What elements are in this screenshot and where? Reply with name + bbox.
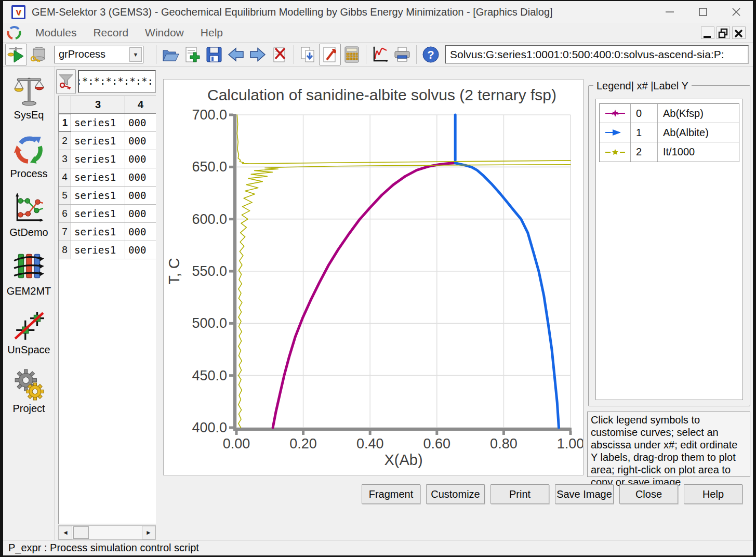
help-button-icon[interactable]: ? [420,44,442,65]
cycle-arrows-icon [13,134,45,166]
mdi-close-icon[interactable] [732,26,746,39]
previous-record-button[interactable] [225,44,247,65]
new-record-button[interactable] [181,44,203,65]
row-header[interactable]: 2 [59,132,71,150]
scroll-right-icon[interactable]: ► [142,526,155,539]
row-header[interactable]: 6 [59,205,71,222]
scroll-left-icon[interactable]: ◄ [59,526,72,539]
row-header[interactable]: 7 [59,223,71,241]
sidebar-item-gem2mt[interactable]: GEM2MT [4,251,54,297]
save-image-button[interactable]: Save Image [555,484,614,504]
calculate-button[interactable] [341,44,363,65]
table-row[interactable]: 4 series1 000 [59,168,156,187]
cell-series[interactable]: series1 [71,187,125,204]
table-row[interactable]: 8 series1 000 [59,241,156,259]
sidebar-item-process[interactable]: Process [4,134,54,180]
chevron-down-icon[interactable]: ▼ [129,47,142,62]
cell-series[interactable]: series1 [71,205,125,222]
sidebar-item-syseq[interactable]: SysEq [4,75,54,121]
save-record-button[interactable] [203,44,225,65]
database-mode-button[interactable] [27,44,49,65]
remake-record-button[interactable] [319,44,341,65]
table-row[interactable]: 3 series1 000 [59,150,156,168]
chart-panel[interactable]: 0.000.200.400.600.801.00400.0450.0500.05… [163,79,583,475]
sidebar-item-label: GtDemo [9,227,48,238]
table-row[interactable]: 1 series1 000 [59,114,156,132]
legend-symbol-star-olive[interactable] [600,142,631,162]
record-type-combo[interactable]: grProcess ▼ [54,46,143,63]
cell-key[interactable]: 000 [125,187,156,204]
legend-row-kfsp[interactable]: 0 Ab(Kfsp) [600,104,739,123]
close-icon[interactable] [720,1,753,23]
menu-help[interactable]: Help [192,26,231,39]
legend-xnum[interactable]: 0 [631,104,658,123]
column-header-3[interactable]: 3 [71,96,125,113]
open-record-button[interactable] [160,44,181,65]
cell-key[interactable]: 000 [125,205,156,222]
plot-button[interactable] [369,44,391,65]
cell-key[interactable]: 000 [125,223,156,241]
filter-template-field[interactable]: us:*:*:*:*:*:*:*:*:*:*: [78,70,156,93]
clone-record-button[interactable] [297,44,319,65]
table-corner[interactable] [59,96,71,113]
table-row[interactable]: 5 series1 000 [59,187,156,205]
column-header-4[interactable]: 4 [125,96,156,113]
svg-text:550.0: 550.0 [192,263,227,279]
cell-key[interactable]: 000 [125,241,156,259]
legend-symbol-star-magenta[interactable] [600,104,631,123]
row-header[interactable]: 3 [59,150,71,168]
legend-label[interactable]: It/1000 [658,142,739,162]
system-mode-button[interactable] [5,44,27,65]
next-record-button[interactable] [247,44,269,65]
legend-row-albite[interactable]: 1 Ab(Albite) [600,123,739,142]
help-button[interactable]: Help [684,484,742,504]
cell-key[interactable]: 000 [125,132,156,150]
row-header[interactable]: 1 [59,114,71,131]
table-row[interactable]: 6 series1 000 [59,205,156,223]
print-button[interactable] [391,44,413,65]
menu-modules[interactable]: Modules [27,26,85,39]
menu-record[interactable]: Record [85,26,137,39]
row-header[interactable]: 4 [59,168,71,186]
customize-button[interactable]: Customize [426,484,485,504]
sidebar-item-unspace[interactable]: UnSpace [4,310,54,356]
delete-record-button[interactable] [269,44,290,65]
cell-series[interactable]: series1 [71,223,125,241]
legend-xnum[interactable]: 2 [631,142,658,162]
cell-key[interactable]: 000 [125,114,156,131]
cell-series[interactable]: series1 [71,114,125,131]
legend-label[interactable]: Ab(Kfsp) [658,104,739,123]
cell-series[interactable]: series1 [71,241,125,259]
row-header[interactable]: 8 [59,241,71,259]
horizontal-scrollbar[interactable]: ◄ ► [58,525,156,540]
cell-series[interactable]: series1 [71,132,125,150]
sidebar-item-gtdemo[interactable]: GtDemo [4,192,54,238]
legend-row-iterations[interactable]: 2 It/1000 [600,142,739,162]
table-row[interactable]: 7 series1 000 [59,223,156,241]
legend-xnum[interactable]: 1 [631,123,658,142]
minimize-icon[interactable] [653,1,686,23]
dialog-button-row: Fragment Customize Print Save Image Clos… [156,484,742,504]
fragment-button[interactable]: Fragment [362,484,420,504]
cell-series[interactable]: series1 [71,150,125,168]
menu-window[interactable]: Window [137,26,192,39]
scrollbar-thumb[interactable] [73,526,89,539]
cell-series[interactable]: series1 [71,168,125,186]
mdi-restore-icon[interactable] [717,26,730,39]
cell-key[interactable]: 000 [125,150,156,168]
mdi-minimize-icon[interactable] [701,26,714,39]
record-key-field[interactable]: Solvus:G:series1:0001:0:500:400:0:solvus… [445,45,749,64]
cell-key[interactable]: 000 [125,168,156,186]
scrollbar-track[interactable] [72,526,142,539]
row-header[interactable]: 5 [59,187,71,204]
legend-symbol-triangle-blue[interactable] [600,123,631,142]
svg-text:400.0: 400.0 [192,420,227,435]
table-row[interactable]: 2 series1 000 [59,132,156,150]
print-button[interactable]: Print [490,484,549,504]
svg-text:T, C: T, C [166,258,182,285]
maximize-icon[interactable] [686,1,720,23]
legend-label[interactable]: Ab(Albite) [658,123,739,142]
filter-key-button[interactable] [56,69,76,94]
sidebar-item-project[interactable]: Project [4,368,54,415]
close-button[interactable]: Close [619,484,678,504]
